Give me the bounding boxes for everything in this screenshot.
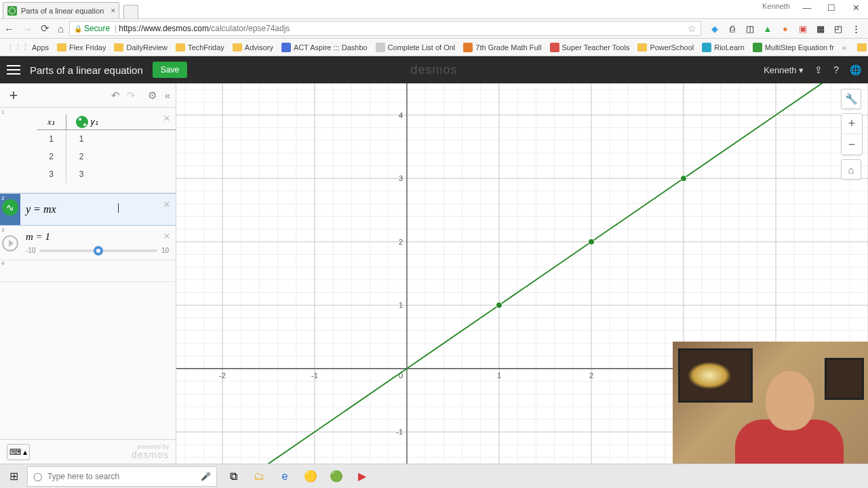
recorder-icon[interactable]: ▶ [350, 464, 374, 489]
keyboard-toggle-button[interactable]: ⌨ ▴ [7, 444, 30, 460]
svg-text:4: 4 [399, 111, 403, 119]
graph-area[interactable]: -2-11234-112340 🔧 + − ⌂ [176, 83, 868, 464]
slider-label[interactable]: m = 1 [20, 230, 176, 244]
svg-text:-1: -1 [311, 371, 318, 380]
svg-point-97 [681, 176, 687, 182]
add-expression-button[interactable]: + [5, 87, 22, 104]
svg-point-96 [589, 239, 595, 245]
bookmark-star-icon[interactable]: ☆ [688, 23, 696, 34]
undo-icon[interactable]: ↶ [111, 89, 120, 102]
mic-icon[interactable]: 🎤 [201, 472, 211, 481]
expression-slider[interactable]: 3 × m = 1 -10 10 [0, 226, 176, 260]
desmos-header: Parts of a linear equation Save desmos K… [0, 56, 868, 83]
account-menu[interactable]: Kenneth ▾ [764, 65, 804, 75]
bookmark-item[interactable]: Flex Friday [54, 42, 108, 53]
bookmarks-bar: ⋮⋮⋮Apps Flex Friday DailyReview TechFrid… [0, 39, 868, 56]
collapse-panel-icon[interactable]: « [165, 89, 170, 102]
window-close-button[interactable]: ✕ [844, 0, 868, 16]
window-minimize-button[interactable]: — [795, 0, 819, 16]
table-cell[interactable]: 1 [37, 130, 66, 148]
graph-settings-icon[interactable]: 🔧 [841, 89, 861, 109]
ext-icon[interactable]: ◫ [745, 23, 755, 34]
graph-title[interactable]: Parts of a linear equation [30, 64, 143, 76]
window-maximize-button[interactable]: ☐ [819, 0, 844, 16]
bookmark-item[interactable]: TechFriday [173, 42, 227, 53]
new-tab-button[interactable] [123, 5, 138, 18]
bookmark-item[interactable]: Advisory [230, 42, 276, 53]
redo-icon: ↷ [127, 89, 136, 102]
table-cell[interactable]: 1 [66, 130, 96, 148]
windows-taskbar: ⊞ ◯ Type here to search 🎤 ⧉ 🗂 e 🟡 🟢 ▶ [0, 464, 868, 488]
table-y-header[interactable]: y₁ [91, 117, 98, 127]
ext-icon[interactable]: ● [780, 23, 791, 34]
bookmark-item[interactable]: 7th Grade Math Full [460, 41, 544, 54]
bookmark-item[interactable]: Complete List of Onl [373, 41, 458, 54]
chrome-profile-name[interactable]: Kenneth [762, 2, 790, 10]
equation-text[interactable]: y = mx [20, 198, 176, 221]
svg-text:-2: -2 [219, 371, 226, 380]
bookmark-item[interactable]: ACT Aspire ::: Dashbo [279, 41, 370, 54]
delete-expression-icon[interactable]: × [163, 230, 170, 243]
secure-label: Secure [84, 24, 110, 33]
help-icon[interactable]: ? [833, 64, 839, 75]
table-cell[interactable]: 3 [66, 165, 96, 183]
expression-table[interactable]: 1 × x₁ y₁ 11 22 [0, 108, 176, 193]
address-bar: ← → ⟳ ⌂ 🔒 Secure | https://www.desmos.co… [0, 18, 868, 39]
table-x-header[interactable]: x₁ [37, 115, 66, 129]
edge-icon[interactable]: e [273, 464, 297, 489]
row-index: 4 [0, 260, 3, 266]
expression-color-icon[interactable]: ∿ [2, 199, 18, 216]
chrome-icon[interactable]: 🟢 [324, 464, 349, 489]
slider-min[interactable]: -10 [26, 247, 35, 254]
bookmark-item[interactable]: RioLearn [699, 41, 747, 54]
delete-expression-icon[interactable]: × [163, 112, 170, 125]
bookmark-item[interactable]: Super Teacher Tools [547, 41, 633, 54]
table-cell[interactable]: 2 [37, 148, 66, 165]
taskbar-search-input[interactable]: ◯ Type here to search 🎤 [27, 466, 217, 487]
share-icon[interactable]: ⇪ [814, 64, 823, 75]
expression-empty[interactable]: 4 [0, 260, 176, 282]
nav-reload-icon[interactable]: ⟳ [41, 22, 50, 35]
ext-icon[interactable]: ⎙ [727, 23, 738, 34]
slider-play-icon[interactable] [2, 235, 18, 251]
slider-max[interactable]: 10 [161, 247, 169, 254]
settings-gear-icon[interactable]: ⚙ [148, 89, 157, 102]
chrome-icon[interactable]: 🟡 [298, 464, 323, 489]
nav-home-icon[interactable]: ⌂ [58, 23, 64, 35]
ext-icon[interactable]: ◰ [833, 23, 844, 34]
ext-icon[interactable]: ▣ [797, 23, 808, 34]
chrome-menu-icon[interactable]: ⋮ [850, 23, 861, 34]
table-cell[interactable]: 3 [37, 165, 66, 183]
url-path: /calculator/epse74adjs [209, 24, 290, 33]
save-button[interactable]: Save [153, 62, 187, 78]
url-input[interactable]: 🔒 Secure | https://www.desmos.com/calcul… [69, 21, 701, 36]
zoom-in-button[interactable]: + [842, 114, 862, 134]
table-cell[interactable]: 2 [66, 148, 96, 165]
menu-icon[interactable] [7, 65, 20, 75]
tab-close-icon[interactable]: × [111, 6, 115, 16]
slider-track[interactable] [39, 249, 157, 252]
bookmark-item[interactable]: DailyReview [111, 42, 170, 53]
language-icon[interactable]: 🌐 [850, 64, 861, 75]
expression-panel: + ↶ ↷ ⚙ « 1 × [0, 83, 176, 464]
zoom-out-button[interactable]: − [842, 134, 862, 155]
nav-back-icon[interactable]: ← [4, 23, 14, 35]
lock-icon: 🔒 [74, 25, 82, 33]
expression-equation[interactable]: 2 ∿ × y = mx [0, 193, 176, 226]
other-bookmarks[interactable]: Other bookmarks [854, 42, 868, 53]
ext-icon[interactable]: ▲ [762, 23, 773, 34]
bookmark-item[interactable]: PowerSchool [635, 42, 696, 53]
table-column-style-icon[interactable] [76, 116, 88, 128]
ext-icon[interactable]: ▦ [815, 23, 826, 34]
slider-thumb[interactable] [94, 246, 103, 256]
start-button[interactable]: ⊞ [0, 464, 27, 489]
bookmark-item[interactable]: MultiStep Equation fr [750, 41, 837, 54]
browser-tab[interactable]: Parts of a linear equation × [3, 2, 119, 18]
apps-shortcut[interactable]: ⋮⋮⋮Apps [4, 41, 52, 53]
home-zoom-button[interactable]: ⌂ [841, 159, 861, 180]
task-view-icon[interactable]: ⧉ [221, 464, 245, 489]
ext-icon[interactable]: ◆ [709, 23, 720, 34]
delete-expression-icon[interactable]: × [163, 198, 170, 211]
desmos-logo: desmos [410, 63, 457, 77]
file-explorer-icon[interactable]: 🗂 [247, 464, 271, 489]
